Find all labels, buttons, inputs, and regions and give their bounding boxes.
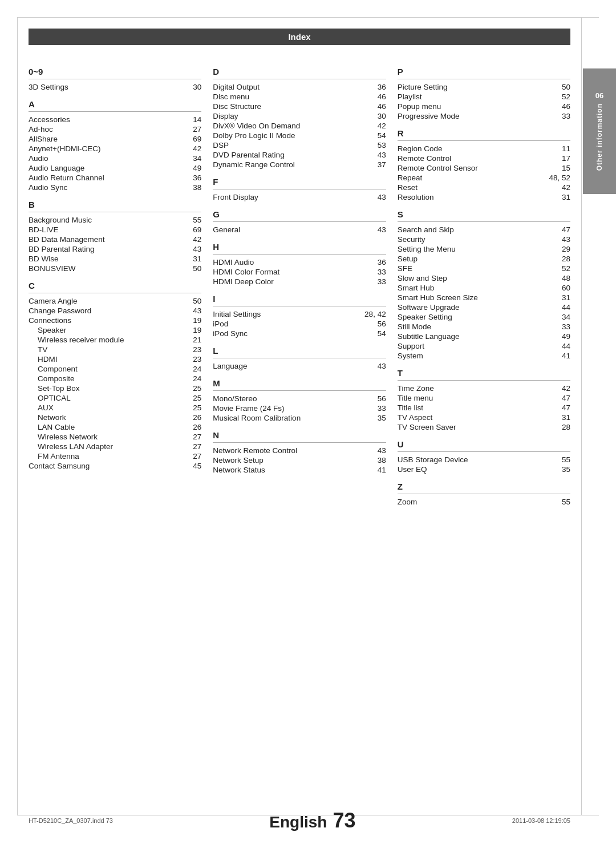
entry-name: TV xyxy=(38,345,47,354)
index-entry: Search and Skip47 xyxy=(398,225,570,234)
index-entry: HDMI Audio36 xyxy=(213,258,386,266)
entry-page: 42 xyxy=(562,183,570,192)
index-entry: Disc Structure46 xyxy=(213,102,386,111)
section-header-i: I xyxy=(213,294,386,304)
entry-name: DivX® Video On Demand xyxy=(213,122,300,130)
entry-page: 34 xyxy=(562,313,570,321)
entry-page: 34 xyxy=(193,154,201,163)
footer-file-info: HT-D5210C_ZA_0307.indd 73 xyxy=(29,817,113,824)
index-entry: BD Parental Rating43 xyxy=(29,245,201,253)
entry-name: Subtitle Language xyxy=(398,332,460,341)
page-border-left xyxy=(17,17,18,815)
entry-page: 26 xyxy=(193,413,201,422)
entry-page: 52 xyxy=(562,264,570,273)
entry-name: Search and Skip xyxy=(398,225,454,234)
index-entry: Audio34 xyxy=(29,154,201,163)
entry-page: 27 xyxy=(193,125,201,134)
entry-page: 60 xyxy=(562,284,570,292)
entry-page: 23 xyxy=(193,355,201,364)
entry-name: Display xyxy=(213,112,238,120)
entry-name: Audio Sync xyxy=(29,183,67,192)
entry-page: 38 xyxy=(378,456,386,465)
index-entry: Background Music55 xyxy=(29,216,201,224)
entry-page: 24 xyxy=(193,374,201,383)
section-header-n: N xyxy=(213,430,386,440)
section-header-m: M xyxy=(213,378,386,388)
index-entry: DVD Parental Rating43 xyxy=(213,151,386,159)
index-entry: Display30 xyxy=(213,112,386,120)
entry-page: 36 xyxy=(193,173,201,182)
entry-page: 28 xyxy=(562,423,570,431)
index-entry: Support44 xyxy=(398,342,570,350)
entry-name: OPTICAL xyxy=(38,394,71,402)
entry-name: Movie Frame (24 Fs) xyxy=(213,404,284,413)
entry-page: 42 xyxy=(193,144,201,153)
section-divider xyxy=(213,306,386,306)
entry-name: Audio Return Channel xyxy=(29,173,104,182)
index-entry: Audio Language49 xyxy=(29,164,201,172)
entry-page: 33 xyxy=(378,268,386,276)
entry-page: 11 xyxy=(562,144,570,153)
entry-page: 24 xyxy=(193,365,201,373)
index-entry: Network Status41 xyxy=(213,466,386,474)
footer-english-label: English xyxy=(269,813,327,831)
entry-name: HDMI xyxy=(38,355,58,364)
entry-page: 33 xyxy=(378,404,386,413)
entry-page: 31 xyxy=(193,255,201,263)
section-divider xyxy=(398,451,570,452)
entry-page: 54 xyxy=(378,131,386,140)
entry-page: 38 xyxy=(193,183,201,192)
entry-page: 27 xyxy=(193,452,201,461)
index-entry: Front Display43 xyxy=(213,193,386,201)
entry-page: 49 xyxy=(193,164,201,172)
entry-page: 37 xyxy=(378,160,386,169)
entry-page: 27 xyxy=(193,433,201,441)
index-entry: BD Wise31 xyxy=(29,255,201,263)
entry-name: Still Mode xyxy=(398,322,431,331)
entry-name: Setup xyxy=(398,255,418,263)
entry-name: Title menu xyxy=(398,394,433,402)
entry-page: 14 xyxy=(193,115,201,124)
index-entry: Repeat48, 52 xyxy=(398,173,570,182)
entry-page: 46 xyxy=(378,102,386,111)
index-entry: DivX® Video On Demand42 xyxy=(213,122,386,130)
section-header-g: G xyxy=(213,209,386,219)
entry-name: Title list xyxy=(398,403,423,412)
entry-page: 47 xyxy=(562,403,570,412)
entry-page: 36 xyxy=(378,83,386,91)
index-entry: Title menu47 xyxy=(398,394,570,402)
entry-name: Region Code xyxy=(398,144,443,153)
entry-name: Reset xyxy=(398,183,418,192)
section-divider xyxy=(213,79,386,79)
index-entry: Digital Output36 xyxy=(213,83,386,91)
entry-name: Disc menu xyxy=(213,92,249,101)
entry-name: 3D Settings xyxy=(29,83,68,91)
index-entry: Time Zone42 xyxy=(398,384,570,393)
entry-name: Musical Room Calibration xyxy=(213,414,301,422)
index-entry: Mono/Stereo56 xyxy=(213,394,386,403)
entry-page: 33 xyxy=(562,112,570,120)
entry-name: BONUSVIEW xyxy=(29,264,76,273)
entry-name: BD Data Management xyxy=(29,235,105,244)
entry-name: SFE xyxy=(398,264,412,273)
section-header-t: T xyxy=(398,368,570,378)
index-entry: Speaker Setting34 xyxy=(398,313,570,321)
entry-name: iPod xyxy=(213,320,228,328)
column-1: 0~93D Settings30AAccessories14Ad-hoc27Al… xyxy=(29,59,213,507)
entry-name: System xyxy=(398,352,423,360)
entry-name: Repeat xyxy=(398,173,423,182)
section-divider xyxy=(398,221,570,222)
index-entry: Slow and Step48 xyxy=(398,274,570,282)
index-entry: Setting the Menu29 xyxy=(398,245,570,253)
entry-name: Network xyxy=(38,413,66,422)
section-divider xyxy=(213,442,386,443)
index-entry: Network Remote Control43 xyxy=(213,446,386,455)
entry-name: Time Zone xyxy=(398,384,434,393)
entry-name: Security xyxy=(398,235,425,244)
footer-right: English 73 xyxy=(269,809,355,833)
entry-name: Speaker xyxy=(38,326,66,334)
entry-name: Speaker Setting xyxy=(398,313,452,321)
entry-name: Setting the Menu xyxy=(398,245,456,253)
side-tab-number: 06 xyxy=(595,91,603,100)
index-entry: BD Data Management42 xyxy=(29,235,201,244)
